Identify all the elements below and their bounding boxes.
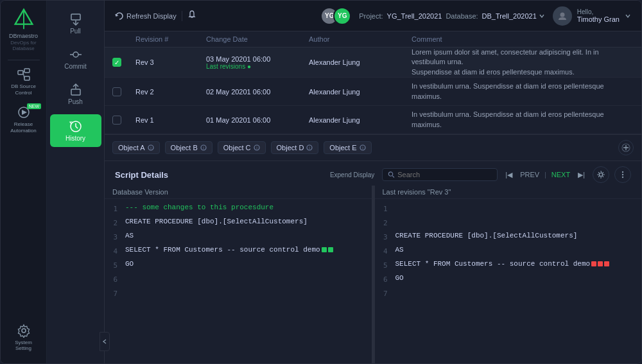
- chevron-down-icon: [539, 13, 545, 19]
- sidebar-item-release-automation[interactable]: NEW ReleaseAutomation: [1, 101, 46, 137]
- logo-icon: [12, 7, 36, 31]
- sidebar-item-commit[interactable]: Commit: [47, 42, 104, 75]
- settings-button[interactable]: [593, 166, 609, 183]
- row-checkbox-rev1[interactable]: [112, 116, 135, 125]
- diff-marker-green: [322, 247, 327, 252]
- app-name: DBmaestro: [9, 33, 38, 40]
- line-content: GO: [395, 274, 642, 282]
- code-line: 1: [375, 203, 642, 217]
- pull-icon: [69, 12, 83, 26]
- revision-rev2: Rev 2: [135, 88, 206, 96]
- right-code-content[interactable]: 1 2 3 CREATE PROCEDURE [dbo].[SelectAllC…: [375, 199, 642, 363]
- search-box[interactable]: [382, 168, 498, 181]
- avatar-user2: YG: [333, 7, 351, 25]
- refresh-display-button[interactable]: Refresh Display: [115, 12, 177, 21]
- code-line: 1 --- some changes to this procesdure: [105, 203, 372, 217]
- date-rev2: 02 May 20201 06:00: [206, 88, 309, 96]
- left-panel-header: Database Version: [105, 186, 372, 199]
- object-tag-d[interactable]: Object D i: [271, 141, 319, 154]
- history-icon: [69, 119, 83, 134]
- sidebar-collapse-button[interactable]: [100, 332, 110, 351]
- tag-b-label: Object B: [171, 144, 198, 152]
- author-rev2: Alexander Ljung: [309, 88, 412, 96]
- prev-nav-button[interactable]: PREV: [517, 169, 542, 180]
- revision-rev3: Rev 3: [135, 58, 206, 66]
- line-num: 1: [375, 204, 395, 213]
- comment-rev3: Lorem ipsum dolor sit amet, consectetur …: [412, 48, 634, 77]
- object-tag-e[interactable]: Object E i: [324, 141, 371, 154]
- project-name: YG_Trell_202021: [387, 12, 442, 20]
- sidebar-item-history[interactable]: History: [50, 114, 101, 147]
- sidebar-secondary: Pull Commit Push: [47, 1, 105, 363]
- object-tag-b[interactable]: Object B i: [165, 141, 213, 154]
- left-code-content[interactable]: 1 --- some changes to this procesdure 2 …: [105, 199, 372, 363]
- svg-rect-4: [24, 69, 30, 73]
- sidebar-item-db-source-control[interactable]: DB SourceControl: [1, 63, 46, 100]
- search-input[interactable]: [397, 171, 492, 178]
- sidebar-item-pull[interactable]: Pull: [47, 7, 104, 40]
- col-date: Change Date: [206, 35, 309, 43]
- pull-label: Pull: [70, 28, 81, 35]
- top-bar-right: YG YG Project: YG_Trell_202021 Database:…: [320, 6, 631, 26]
- user-info: Hello, Timothy Gran: [577, 8, 620, 23]
- project-info: Project: YG_Trell_202021 Database: DB_Tr…: [359, 12, 544, 20]
- push-icon: [69, 83, 83, 97]
- db-source-control-icon: [16, 67, 31, 82]
- checkbox-rev2[interactable]: [112, 87, 121, 96]
- user-chevron-icon: [625, 13, 631, 19]
- svg-text:i: i: [150, 146, 152, 150]
- sidebar-label-release-automation: ReleaseAutomation: [10, 121, 36, 134]
- table-row[interactable]: Rev 3 03 May 20201 06:00 Last revisions …: [105, 48, 641, 78]
- notification-button[interactable]: [187, 10, 196, 21]
- user-name: Timothy Gran: [577, 15, 620, 23]
- next-nav-button[interactable]: NEXT: [549, 169, 573, 180]
- tag-a-label: Object A: [118, 144, 145, 152]
- checkbox-rev3[interactable]: [112, 58, 121, 67]
- logo-area: DBmaestro DevOps for Database: [1, 7, 46, 52]
- svg-rect-5: [24, 76, 30, 80]
- code-line: 2: [375, 217, 642, 231]
- gear-icon: [596, 170, 605, 179]
- svg-point-37: [622, 174, 623, 175]
- sidebar-item-push[interactable]: Push: [47, 78, 104, 110]
- col-author: Author: [309, 35, 412, 43]
- code-line: 4 AS: [375, 245, 642, 259]
- svg-rect-16: [71, 89, 80, 95]
- page-indicator: |: [544, 171, 546, 178]
- svg-text:i: i: [362, 146, 363, 150]
- col-checkbox: [112, 35, 135, 43]
- table-row[interactable]: Rev 2 02 May 20201 06:00 Alexander Ljung…: [105, 78, 641, 106]
- first-nav-button[interactable]: |◀: [503, 169, 515, 180]
- code-line: 2 CREATE PROCEDURE [dbo].[SelectAllCusto…: [105, 217, 372, 231]
- tag-a-info-icon: i: [148, 144, 154, 151]
- tag-d-label: Object D: [277, 144, 304, 152]
- sidebar-item-system-setting[interactable]: SystemSetting: [1, 319, 46, 356]
- object-tag-c[interactable]: Object C i: [218, 141, 266, 154]
- expand-tags-button[interactable]: [618, 140, 634, 155]
- object-tag-a[interactable]: Object A i: [112, 141, 160, 154]
- code-line: 4 SELECT * FROM Customers -- source cont…: [105, 245, 372, 259]
- row-checkbox-rev3[interactable]: [112, 58, 135, 67]
- row-checkbox-rev2[interactable]: [112, 87, 135, 96]
- line-content: SELECT * FROM Customers -- source contro…: [395, 260, 642, 268]
- line-num: 4: [105, 246, 125, 256]
- svg-point-35: [600, 173, 603, 177]
- more-options-button[interactable]: [614, 166, 631, 183]
- commit-label: Commit: [64, 63, 86, 70]
- table-row[interactable]: Rev 1 01 May 20201 06:00 Alexander Ljung…: [105, 106, 641, 134]
- last-nav-button[interactable]: ▶|: [575, 169, 587, 180]
- user-greeting: Hello, Timothy Gran: [553, 6, 631, 26]
- line-num: 7: [105, 288, 125, 298]
- database-name: DB_Trell_202021: [482, 12, 537, 20]
- database-select[interactable]: DB_Trell_202021: [482, 12, 545, 20]
- comment-rev2: In vestibulum urna. Suspendisse at diam …: [412, 82, 634, 101]
- sidebar-left: DBmaestro DevOps for Database DB SourceC…: [1, 1, 47, 363]
- code-line: 3 AS: [105, 231, 372, 245]
- code-line: 3 CREATE PROCEDURE [dbo].[SelectAllCusto…: [375, 231, 642, 245]
- sidebar-label-db-source-control: DB SourceControl: [11, 83, 36, 96]
- author-rev3: Alexander Ljung: [309, 58, 412, 66]
- script-details-area: Script Details Expend Display |◀: [105, 161, 641, 363]
- svg-point-33: [389, 172, 393, 176]
- checkbox-rev1[interactable]: [112, 116, 121, 125]
- code-line: 7: [105, 288, 372, 302]
